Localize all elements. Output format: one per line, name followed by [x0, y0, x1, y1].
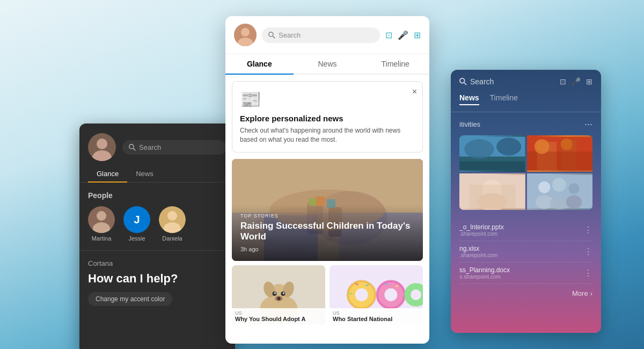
tab-timeline-right[interactable]: Timeline [490, 93, 518, 105]
news-hero-card[interactable]: TOP STORIES Raising Successful Children … [232, 159, 423, 261]
small-card-puppy[interactable]: US Why You Should Adopt A [232, 265, 325, 324]
cortana-button[interactable]: Change my accent color [88, 292, 172, 306]
file-item-1[interactable]: ng.xlsx .sharepoint.com ⋮ [459, 241, 592, 263]
people-section: People Martina J Jessie [79, 183, 235, 250]
svg-point-9 [167, 211, 177, 221]
tab-news-dark[interactable]: News [127, 165, 162, 182]
svg-point-75 [566, 195, 581, 209]
svg-point-56 [464, 139, 494, 159]
search-label-dark: Search [139, 143, 161, 151]
file-info-0: _o_Interior.pptx .sharepoint.com [459, 223, 584, 237]
more-link[interactable]: More › [451, 284, 601, 303]
grid-icon-right[interactable]: ⊞ [586, 77, 592, 86]
camera-icon-right[interactable]: ⊡ [560, 77, 566, 86]
svg-point-37 [283, 292, 284, 294]
person-martina[interactable]: Martina [88, 206, 115, 242]
audio-icon-right[interactable]: 🎤 [572, 77, 581, 86]
svg-point-64 [560, 138, 572, 150]
photo-baby[interactable] [459, 173, 525, 210]
file-name-0: _o_Interior.pptx [459, 223, 584, 231]
svg-point-33 [277, 297, 281, 300]
audio-icon[interactable]: 🎤 [398, 30, 408, 40]
file-info-1: ng.xlsx .sharepoint.com [459, 245, 584, 258]
donut-title: Who Started National [333, 316, 420, 322]
right-panel: Search ⊡ 🎤 ⊞ News Timeline itivities ··· [451, 70, 601, 333]
search-label-center: Search [279, 31, 301, 39]
svg-point-72 [568, 183, 579, 194]
small-card-donut[interactable]: US Who Started National [330, 265, 423, 324]
avatar-jessie: J [123, 206, 150, 233]
left-panel: Search Glance News People Martina J [79, 123, 235, 349]
file-name-1: ng.xlsx [459, 245, 584, 252]
file-item-2[interactable]: ss_Planning.docx o.sharepoint.com ⋮ [459, 263, 592, 284]
file-menu-1[interactable]: ⋮ [584, 246, 592, 257]
name-martina: Martina [92, 235, 112, 242]
file-item-0[interactable]: _o_Interior.pptx .sharepoint.com ⋮ [459, 220, 592, 241]
right-header: Search ⊡ 🎤 ⊞ [451, 70, 601, 93]
right-search[interactable]: Search [459, 77, 555, 86]
center-avatar [234, 24, 257, 46]
more-label: More [572, 289, 588, 297]
initial-jessie: J [134, 214, 140, 226]
svg-point-14 [269, 32, 273, 36]
search-bar-center[interactable]: Search [262, 27, 380, 43]
cortana-section: Cortana How can I help? Change my accent… [79, 250, 235, 315]
file-url-0: .sharepoint.com [459, 231, 584, 237]
svg-point-3 [129, 144, 134, 148]
photo-family[interactable] [527, 173, 593, 210]
avatar-martina [88, 206, 115, 233]
more-dots-icon[interactable]: ··· [584, 119, 592, 130]
photo-autumn[interactable] [527, 135, 593, 172]
svg-point-1 [97, 139, 107, 149]
search-bar-dark[interactable]: Search [122, 140, 226, 155]
svg-point-74 [549, 198, 569, 209]
left-panel-tabs: Glance News [79, 165, 235, 183]
svg-point-46 [384, 288, 397, 301]
file-menu-0[interactable]: ⋮ [584, 225, 592, 235]
activities-section: itivities ··· [451, 112, 601, 220]
tab-glance-center[interactable]: Glance [225, 54, 294, 74]
person-daniela[interactable]: Daniela [159, 206, 186, 242]
file-url-2: o.sharepoint.com [459, 274, 584, 280]
cortana-question: How can I help? [88, 272, 226, 286]
svg-point-12 [241, 28, 250, 37]
svg-point-52 [460, 78, 465, 83]
name-daniela: Daniela [162, 235, 182, 242]
tab-timeline-center[interactable]: Timeline [361, 54, 429, 74]
file-url-1: .sharepoint.com [459, 252, 584, 258]
tab-glance-dark[interactable]: Glance [88, 165, 127, 182]
tab-news-right[interactable]: News [459, 93, 479, 105]
notif-icon: 📰 [240, 89, 415, 110]
svg-point-70 [538, 181, 550, 193]
notif-title: Explore personalized news [240, 114, 415, 123]
notification-card: × 📰 Explore personalized news Check out … [232, 81, 423, 152]
hero-time: 3h ago [240, 246, 414, 252]
donut-card-footer: US Who Started National [330, 308, 423, 324]
file-info-2: ss_Planning.docx o.sharepoint.com [459, 266, 584, 280]
photo-landscape[interactable] [459, 135, 525, 172]
photo-grid [459, 135, 592, 210]
hero-headline: Raising Successful Children in Today's W… [240, 221, 414, 243]
camera-icon[interactable]: ⊡ [385, 30, 392, 40]
grid-icon[interactable]: ⊞ [414, 30, 421, 40]
tab-news-center[interactable]: News [294, 54, 362, 74]
svg-point-51 [411, 289, 421, 300]
person-jessie[interactable]: J Jessie [123, 206, 150, 242]
right-header-icons: ⊡ 🎤 ⊞ [560, 77, 592, 86]
svg-line-15 [273, 36, 275, 38]
puppy-title: Why You Should Adopt A [235, 316, 322, 322]
svg-rect-62 [527, 151, 593, 170]
puppy-card-footer: US Why You Should Adopt A [232, 308, 325, 324]
avatar-daniela [159, 206, 186, 233]
svg-line-4 [133, 148, 135, 150]
file-menu-2[interactable]: ⋮ [584, 268, 592, 278]
news-small-row: US Why You Should Adopt A [232, 265, 423, 324]
people-title: People [88, 191, 226, 200]
activities-header: itivities ··· [459, 119, 592, 130]
right-tabs: News Timeline [451, 93, 601, 112]
notif-text: Check out what's happening around the wo… [240, 126, 415, 144]
search-label-right: Search [470, 77, 494, 86]
svg-point-63 [534, 139, 549, 154]
svg-point-71 [552, 178, 566, 192]
close-button[interactable]: × [412, 87, 417, 97]
